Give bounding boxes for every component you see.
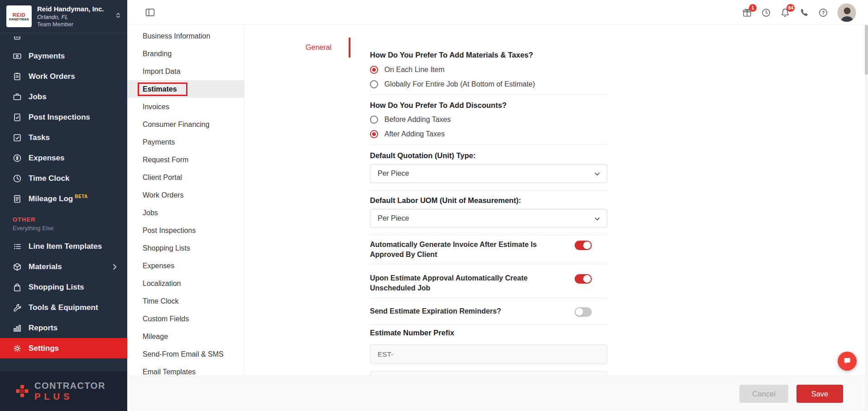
chevron-right-icon bbox=[110, 262, 119, 271]
setting-auto-generate-invoice: Automatically Generate Invoice After Est… bbox=[370, 240, 607, 260]
org-logo-text-top: REID bbox=[13, 12, 25, 18]
notifications-bell-icon[interactable]: 84 bbox=[780, 8, 790, 18]
settings-item-localization[interactable]: Localization bbox=[127, 275, 244, 292]
list-icon bbox=[13, 242, 22, 251]
nav-item-tools-equipment[interactable]: Tools & Equipment bbox=[0, 297, 127, 318]
time-history-icon[interactable] bbox=[761, 8, 771, 18]
nav-label: Tasks bbox=[29, 133, 50, 142]
select-default-labor-uom[interactable]: Per Piece bbox=[370, 209, 607, 228]
question-materials-taxes: How Do You Prefer To Add Materials & Tax… bbox=[370, 50, 607, 60]
nav-label: Time Clock bbox=[29, 174, 69, 183]
settings-item-work-orders[interactable]: Work Orders bbox=[127, 186, 244, 204]
refer-earn-icon[interactable]: 1 bbox=[742, 8, 752, 18]
org-role: Team Member bbox=[37, 21, 104, 28]
settings-item-business-information[interactable]: Business Information bbox=[127, 27, 244, 45]
nav-item-settings[interactable]: Settings bbox=[0, 338, 127, 358]
nav-item-payments[interactable]: Payments bbox=[0, 46, 127, 66]
cancel-button[interactable]: Cancel bbox=[739, 385, 788, 403]
toggle-expiration-reminders[interactable] bbox=[575, 307, 592, 317]
settings-item-import-data[interactable]: Import Data bbox=[127, 63, 244, 80]
nav-item-mileage-log[interactable]: Mileage LogBETA bbox=[0, 189, 127, 209]
radio-globally-entire-job[interactable]: Globally For Entire Job (At Bottom of Es… bbox=[370, 78, 607, 90]
settings-item-payments[interactable]: Payments bbox=[127, 133, 244, 151]
clock-icon bbox=[13, 174, 22, 183]
toggle-auto-create-unscheduled-job[interactable] bbox=[575, 274, 592, 284]
settings-item-branding[interactable]: Branding bbox=[127, 45, 244, 63]
settings-item-jobs[interactable]: Jobs bbox=[127, 204, 244, 222]
nav-item-materials[interactable]: Materials bbox=[0, 256, 127, 277]
settings-menu: Business Information Branding Import Dat… bbox=[127, 25, 245, 376]
annotation-highlight-box: Estimates bbox=[138, 82, 187, 96]
settings-item-consumer-financing[interactable]: Consumer Financing bbox=[127, 116, 244, 133]
inspection-icon bbox=[13, 113, 22, 122]
nav-label: Post Inspections bbox=[29, 113, 90, 122]
radio-on-each-line-item[interactable]: On Each Line Item bbox=[370, 64, 607, 76]
nav-item-work-orders[interactable]: Work Orders bbox=[0, 66, 127, 87]
settings-item-estimates[interactable]: Estimates bbox=[127, 80, 244, 98]
settings-item-shopping-lists[interactable]: Shopping Lists bbox=[127, 239, 244, 257]
setting-auto-create-job: Upon Estimate Approval Automatically Cre… bbox=[370, 273, 607, 293]
radio-circle-icon bbox=[370, 116, 378, 124]
org-info: Reid Handyman, Inc. Orlando, FL Team Mem… bbox=[37, 5, 104, 28]
brand-text: CONTRACTOR PLUS bbox=[34, 381, 106, 402]
nav-item-jobs[interactable]: Jobs bbox=[0, 87, 127, 107]
org-logo: REID HANDYMAN bbox=[6, 5, 32, 27]
radio-before-adding-taxes[interactable]: Before Adding Taxes bbox=[370, 114, 607, 126]
chevron-down-icon bbox=[593, 215, 601, 223]
nav-item-post-inspections[interactable]: Post Inspections bbox=[0, 107, 127, 127]
dollar-icon bbox=[13, 154, 22, 163]
select-value: Per Piece bbox=[378, 214, 409, 222]
nav-item-time-clock[interactable]: Time Clock bbox=[0, 168, 127, 189]
contractor-plus-logo: CONTRACTOR PLUS bbox=[0, 371, 127, 411]
settings-item-client-portal[interactable]: Client Portal bbox=[127, 169, 244, 186]
user-avatar[interactable] bbox=[837, 3, 856, 22]
divider bbox=[370, 235, 607, 235]
toggle-auto-generate-invoice[interactable] bbox=[575, 241, 592, 250]
settings-item-request-form[interactable]: Request Form bbox=[127, 151, 244, 169]
divider bbox=[370, 324, 607, 325]
settings-item-expenses[interactable]: Expenses bbox=[127, 257, 244, 275]
scrollbar-track[interactable] bbox=[865, 25, 868, 411]
divider bbox=[370, 190, 607, 191]
brand-line2: PLUS bbox=[34, 392, 106, 402]
nav-item-tasks[interactable]: Tasks bbox=[0, 127, 127, 148]
nav-item-shopping-lists[interactable]: Shopping Lists bbox=[0, 277, 127, 297]
brand-line1: CONTRACTOR bbox=[34, 381, 106, 391]
svg-text:?: ? bbox=[822, 10, 825, 15]
divider bbox=[370, 145, 607, 145]
nav-label: Expenses bbox=[29, 154, 64, 163]
question-discounts: How Do You Prefer To Add Discounts? bbox=[370, 101, 607, 110]
nav-item-partial[interactable] bbox=[0, 36, 127, 46]
settings-item-post-inspections[interactable]: Post Inspections bbox=[127, 222, 244, 239]
divider bbox=[370, 94, 607, 95]
tab-general[interactable]: General bbox=[245, 38, 350, 58]
unfold-more-icon bbox=[115, 12, 122, 21]
scrollbar-thumb[interactable] bbox=[865, 25, 868, 75]
toggle-knob bbox=[583, 242, 591, 249]
chat-fab-button[interactable] bbox=[838, 352, 857, 371]
nav-item-line-item-templates[interactable]: Line Item Templates bbox=[0, 236, 127, 256]
nav-label: Payments bbox=[29, 52, 65, 61]
estimate-prefix-input[interactable] bbox=[370, 344, 607, 364]
nav-item-expenses[interactable]: Expenses bbox=[0, 148, 127, 168]
mileage-doc-icon bbox=[13, 194, 22, 203]
nav-label: Line Item Templates bbox=[29, 242, 102, 251]
settings-item-email-templates[interactable]: Email Templates bbox=[127, 363, 244, 376]
radio-after-adding-taxes[interactable]: After Adding Taxes bbox=[370, 128, 607, 140]
toggle-label: Send Estimate Expiration Reminders? bbox=[370, 306, 565, 316]
settings-item-custom-fields[interactable]: Custom Fields bbox=[127, 310, 244, 328]
section-subtitle: Everything Else bbox=[13, 225, 127, 232]
org-switcher[interactable]: REID HANDYMAN Reid Handyman, Inc. Orland… bbox=[0, 0, 127, 33]
phone-icon[interactable] bbox=[799, 8, 809, 18]
toggle-sidebar-icon[interactable] bbox=[145, 7, 155, 19]
estimates-tab-column: General bbox=[245, 25, 350, 376]
help-icon[interactable]: ? bbox=[818, 8, 828, 18]
nav-item-reports[interactable]: Reports bbox=[0, 318, 127, 338]
settings-item-time-clock[interactable]: Time Clock bbox=[127, 292, 244, 310]
settings-item-send-from-email-sms[interactable]: Send-From Email & SMS bbox=[127, 345, 244, 363]
settings-item-invoices[interactable]: Invoices bbox=[127, 98, 244, 116]
select-default-quotation-type[interactable]: Per Piece bbox=[370, 164, 607, 183]
settings-item-mileage[interactable]: Mileage bbox=[127, 328, 244, 345]
save-button[interactable]: Save bbox=[796, 385, 843, 403]
nav-section-other: OTHER Everything Else bbox=[0, 209, 127, 236]
